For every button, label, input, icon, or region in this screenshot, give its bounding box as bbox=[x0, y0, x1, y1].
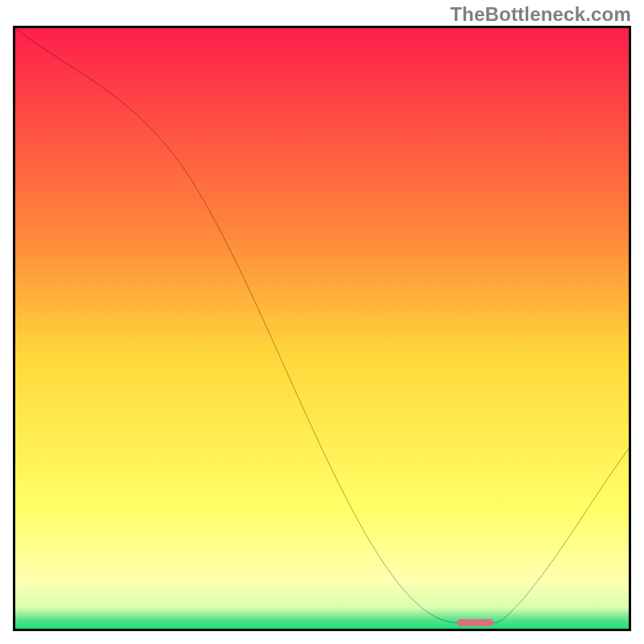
chart-svg bbox=[15, 28, 629, 629]
watermark-text: TheBottleneck.com bbox=[450, 3, 631, 26]
chart-background bbox=[15, 28, 629, 629]
optimal-region-marker bbox=[457, 619, 494, 626]
chart-frame bbox=[13, 26, 631, 631]
chart-wrapper: TheBottleneck.com bbox=[0, 0, 644, 644]
